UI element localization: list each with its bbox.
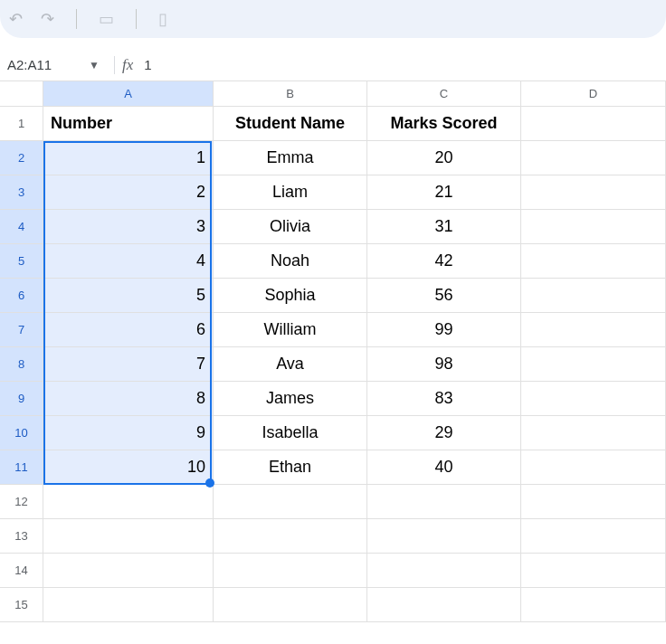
cell[interactable]: 8 xyxy=(43,382,214,416)
grid-row: 54Noah42 xyxy=(0,244,666,279)
cell[interactable]: 7 xyxy=(43,347,214,382)
cell[interactable]: Noah xyxy=(214,244,367,279)
col-header-b[interactable]: B xyxy=(214,81,367,107)
cell[interactable]: 3 xyxy=(43,210,214,244)
cell[interactable] xyxy=(521,175,666,210)
cell[interactable] xyxy=(521,519,666,554)
cell[interactable] xyxy=(43,519,214,554)
cell[interactable] xyxy=(521,244,666,279)
cell[interactable] xyxy=(43,485,214,519)
cell[interactable]: Ava xyxy=(214,347,367,382)
cell[interactable] xyxy=(521,347,666,382)
col-header-c[interactable]: C xyxy=(367,81,521,107)
row-header[interactable]: 9 xyxy=(0,382,43,416)
formula-bar: A2:A11 ▼ fx xyxy=(0,49,666,81)
name-box-value: A2:A11 xyxy=(7,57,89,72)
name-box-dropdown-icon[interactable]: ▼ xyxy=(89,59,100,71)
row-header[interactable]: 2 xyxy=(0,141,43,175)
row-header[interactable]: 13 xyxy=(0,519,43,554)
cell[interactable]: Liam xyxy=(214,175,367,210)
select-all-corner[interactable] xyxy=(0,81,43,107)
cell[interactable]: 83 xyxy=(367,382,521,416)
cell[interactable] xyxy=(521,450,666,485)
cell[interactable]: 21 xyxy=(367,175,521,210)
cell[interactable] xyxy=(521,485,666,519)
grid-row: 15 xyxy=(0,588,666,622)
cell[interactable] xyxy=(214,519,367,554)
cell[interactable] xyxy=(521,210,666,244)
row-header[interactable]: 8 xyxy=(0,347,43,382)
row-header[interactable]: 14 xyxy=(0,554,43,588)
cell[interactable] xyxy=(43,554,214,588)
cell[interactable]: Ethan xyxy=(214,450,367,485)
cell[interactable] xyxy=(521,382,666,416)
undo-icon[interactable]: ↶ xyxy=(9,9,23,29)
cell[interactable]: 20 xyxy=(367,141,521,175)
cell[interactable] xyxy=(521,554,666,588)
cell-a1[interactable]: Number xyxy=(43,107,214,141)
format-icon[interactable]: ▭ xyxy=(99,9,114,29)
cell[interactable] xyxy=(521,313,666,347)
cell[interactable]: 10 xyxy=(43,450,214,485)
column-headers: A B C D xyxy=(0,81,666,107)
cell[interactable]: Sophia xyxy=(214,279,367,313)
col-header-a[interactable]: A xyxy=(43,81,214,107)
selection-fill-handle[interactable] xyxy=(205,478,214,488)
cell[interactable] xyxy=(43,588,214,622)
insert-icon[interactable]: ▯ xyxy=(158,9,167,29)
grid-row: 14 xyxy=(0,554,666,588)
row-header[interactable]: 1 xyxy=(0,107,43,141)
cell[interactable] xyxy=(521,279,666,313)
redo-icon[interactable]: ↷ xyxy=(41,9,54,29)
cell[interactable]: 4 xyxy=(43,244,214,279)
row-header[interactable]: 11 xyxy=(0,450,43,485)
cell-d1[interactable] xyxy=(521,107,666,141)
cell[interactable] xyxy=(521,141,666,175)
cell[interactable]: 99 xyxy=(367,313,521,347)
cell[interactable]: 2 xyxy=(43,175,214,210)
cell[interactable] xyxy=(367,588,521,622)
grid-row: 109Isabella29 xyxy=(0,416,666,450)
cell[interactable] xyxy=(521,588,666,622)
cell[interactable]: Olivia xyxy=(214,210,367,244)
cell[interactable] xyxy=(214,554,367,588)
cell[interactable]: 56 xyxy=(367,279,521,313)
cell[interactable]: 6 xyxy=(43,313,214,347)
cell[interactable] xyxy=(214,485,367,519)
row-header[interactable]: 10 xyxy=(0,416,43,450)
cell[interactable]: 98 xyxy=(367,347,521,382)
row-header[interactable]: 5 xyxy=(0,244,43,279)
cell[interactable]: 40 xyxy=(367,450,521,485)
formula-input[interactable] xyxy=(144,57,659,72)
cell[interactable]: 42 xyxy=(367,244,521,279)
cell[interactable]: 29 xyxy=(367,416,521,450)
cell-c1[interactable]: Marks Scored xyxy=(367,107,521,141)
grid-row: 76William99 xyxy=(0,313,666,347)
col-header-d[interactable]: D xyxy=(521,81,666,107)
cell[interactable]: 5 xyxy=(43,279,214,313)
row-header[interactable]: 6 xyxy=(0,279,43,313)
row-header[interactable]: 3 xyxy=(0,175,43,210)
row-header[interactable]: 15 xyxy=(0,588,43,622)
cell[interactable] xyxy=(367,554,521,588)
cell[interactable] xyxy=(367,519,521,554)
cell[interactable] xyxy=(367,485,521,519)
row-header[interactable]: 4 xyxy=(0,210,43,244)
cell[interactable]: Isabella xyxy=(214,416,367,450)
grid-row: 13 xyxy=(0,519,666,554)
cell[interactable]: Emma xyxy=(214,141,367,175)
cell[interactable] xyxy=(214,588,367,622)
cell[interactable] xyxy=(521,416,666,450)
cell[interactable]: William xyxy=(214,313,367,347)
name-box[interactable]: A2:A11 ▼ xyxy=(7,57,107,72)
cell[interactable]: 31 xyxy=(367,210,521,244)
cell[interactable]: 9 xyxy=(43,416,214,450)
cell[interactable]: 1 xyxy=(43,141,214,175)
spreadsheet-grid: A B C D 1 Number Student Name Marks Scor… xyxy=(0,81,666,622)
cell-b1[interactable]: Student Name xyxy=(214,107,367,141)
cell[interactable]: James xyxy=(214,382,367,416)
grid-row: 1110Ethan40 xyxy=(0,450,666,485)
row-header[interactable]: 12 xyxy=(0,485,43,519)
row-header[interactable]: 7 xyxy=(0,313,43,347)
grid-row: 21Emma20 xyxy=(0,141,666,175)
